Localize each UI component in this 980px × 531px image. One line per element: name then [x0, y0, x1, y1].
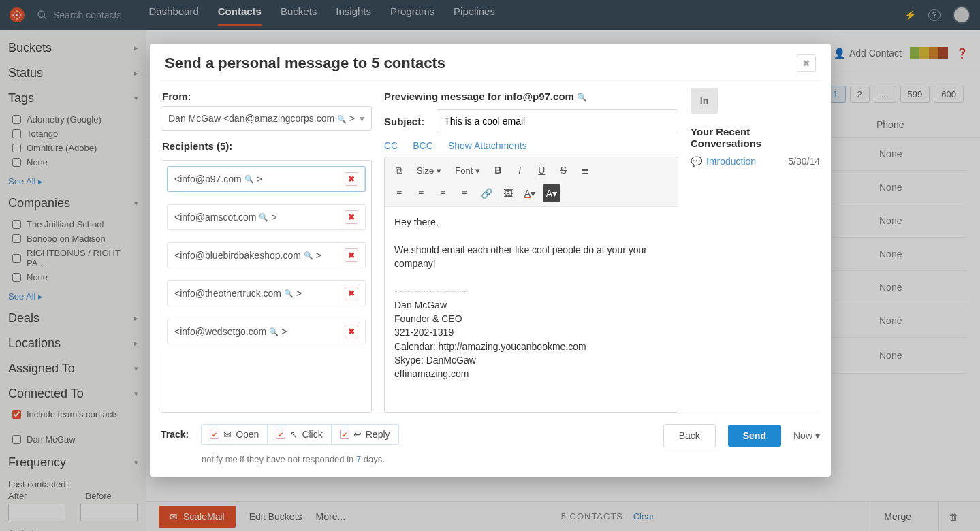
bold-icon[interactable]: B: [489, 161, 507, 179]
list-icon[interactable]: ≣: [576, 161, 594, 179]
source-icon[interactable]: ⧉: [390, 161, 408, 179]
remove-recipient-button[interactable]: ✖: [345, 172, 358, 186]
search-icon: 🔍: [244, 175, 254, 184]
from-select[interactable]: Dan McGaw <dan@amazingcorps.com 🔍 > ▾: [161, 106, 372, 131]
text-color-icon[interactable]: A▾: [521, 184, 539, 202]
track-label: Track:: [161, 429, 189, 440]
preview-label: Previewing message for info@p97.com 🔍: [384, 91, 678, 102]
back-button[interactable]: Back: [663, 424, 716, 447]
close-button[interactable]: ✖: [797, 54, 816, 72]
track-reply[interactable]: ✔ ↩ Reply: [332, 425, 398, 444]
send-button[interactable]: Send: [728, 425, 781, 447]
track-open[interactable]: ✔ ✉ Open: [202, 425, 268, 444]
comment-icon: 💬: [691, 156, 702, 167]
search-icon: 🔍: [284, 289, 294, 298]
message-editor: ⧉ Size ▾ Font ▾ B I U S ≣ ≡ ≡ ≡ ≡ 🔗 🖼 A▾: [384, 157, 678, 413]
modal-title: Send a personal message to 5 contacts: [165, 54, 445, 72]
notify-text: notify me if they have not responded in …: [202, 454, 399, 464]
align-justify-icon[interactable]: ≡: [456, 184, 473, 202]
recent-conversations-header: Your Recent Conversations: [691, 126, 820, 149]
highlight-icon[interactable]: A▾: [543, 184, 560, 202]
image-icon[interactable]: 🖼: [499, 184, 517, 202]
italic-icon[interactable]: I: [511, 161, 528, 179]
align-center-icon[interactable]: ≡: [412, 184, 430, 202]
align-left-icon[interactable]: ≡: [390, 184, 408, 202]
chevron-down-icon: ▾: [815, 430, 820, 441]
chevron-down-icon: ▾: [360, 113, 364, 124]
recipient-chip[interactable]: <info@amscot.com 🔍 > ✖: [167, 204, 366, 230]
track-click[interactable]: ✔ ↖ Click: [268, 425, 331, 444]
font-family-select[interactable]: Font ▾: [450, 163, 485, 178]
recent-conversation-item[interactable]: 💬Introduction 5/30/14: [691, 156, 820, 167]
schedule-dropdown[interactable]: Now ▾: [793, 430, 820, 441]
recipients-list: <info@p97.com 🔍 > ✖ <info@amscot.com 🔍 >…: [161, 160, 372, 413]
recipient-chip[interactable]: <info@bluebirdbakeshop.com 🔍 > ✖: [167, 242, 366, 268]
editor-toolbar: ⧉ Size ▾ Font ▾ B I U S ≣ ≡ ≡ ≡ ≡ 🔗 🖼 A▾: [385, 157, 678, 207]
cursor-icon: ↖: [289, 429, 298, 440]
close-icon: ✖: [802, 58, 810, 69]
recipients-label: Recipients (5):: [162, 140, 372, 152]
from-label: From:: [162, 91, 372, 102]
cc-link[interactable]: CC: [384, 140, 398, 151]
send-message-modal: Send a personal message to 5 contacts ✖ …: [150, 44, 831, 477]
bcc-link[interactable]: BCC: [413, 140, 433, 151]
remove-recipient-button[interactable]: ✖: [345, 210, 358, 224]
remove-recipient-button[interactable]: ✖: [345, 287, 358, 300]
search-icon: 🔍: [269, 327, 279, 336]
editor-body[interactable]: Hey there, We should email each other li…: [385, 207, 678, 412]
search-icon: 🔍: [259, 213, 268, 222]
remove-recipient-button[interactable]: ✖: [345, 248, 358, 262]
envelope-open-icon: ✉: [223, 429, 232, 440]
subject-label: Subject:: [384, 116, 424, 127]
underline-icon[interactable]: U: [533, 161, 550, 179]
font-size-select[interactable]: Size ▾: [412, 163, 446, 178]
recipient-chip[interactable]: <info@theothertruck.com 🔍 > ✖: [167, 280, 366, 306]
align-right-icon[interactable]: ≡: [434, 184, 452, 202]
reply-icon: ↩: [353, 429, 362, 440]
recipient-chip[interactable]: <info@wedsetgo.com 🔍 > ✖: [167, 319, 366, 344]
remove-recipient-button[interactable]: ✖: [345, 325, 358, 338]
in-badge: In: [691, 88, 718, 114]
search-icon: 🔍: [304, 251, 313, 260]
search-icon[interactable]: 🔍: [577, 93, 587, 102]
strike-icon[interactable]: S: [554, 161, 572, 179]
track-group: ✔ ✉ Open ✔ ↖ Click ✔ ↩ Reply: [201, 424, 398, 445]
subject-input[interactable]: [437, 109, 678, 133]
show-attachments-link[interactable]: Show Attachments: [448, 140, 527, 151]
recipient-chip[interactable]: <info@p97.com 🔍 > ✖: [167, 166, 366, 192]
link-icon[interactable]: 🔗: [477, 184, 495, 202]
